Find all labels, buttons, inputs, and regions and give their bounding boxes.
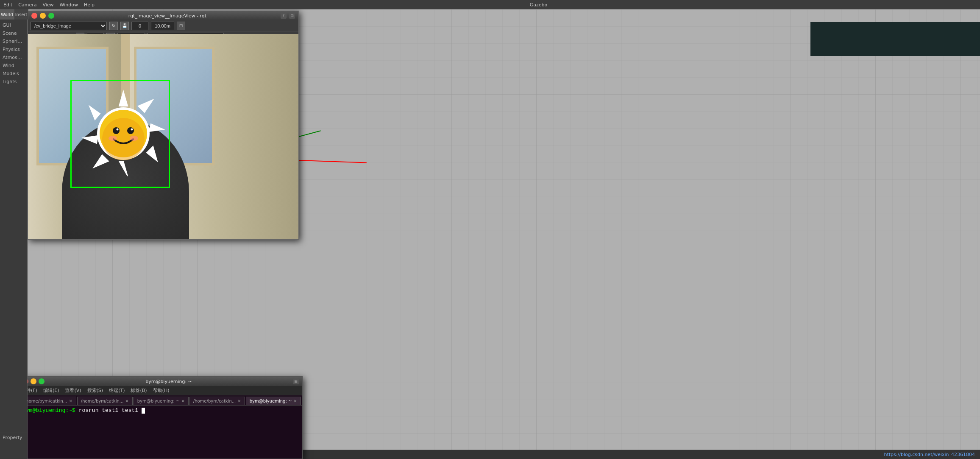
sidebar-tabs: World Insert [0, 9, 27, 20]
menu-edit[interactable]: 编辑(E) [43, 387, 59, 394]
image-view-window: rqt_image_view__ImageView - rqt ? ⊞ /cv_… [28, 11, 299, 240]
detach-icon[interactable]: ⊞ [289, 13, 295, 19]
terminal-window: bym@biyueming: ~ ⊞ 文件(F) 编辑(E) 查看(V) 搜索(… [19, 376, 303, 459]
sidebar-item-gui[interactable]: GUI [0, 21, 27, 29]
term-tab-1[interactable]: /home/bym/catkin... ✕ [21, 397, 76, 405]
menu-tabs[interactable]: 标签(B) [131, 387, 147, 394]
detection-bounding-box [70, 80, 170, 188]
terminal-maximize-button[interactable] [39, 378, 45, 384]
zoom-text-input[interactable] [151, 22, 174, 30]
sidebar-item-lights[interactable]: Lights [0, 78, 27, 86]
status-url[interactable]: https://blog.csdn.net/weixin_42361804 [884, 452, 975, 457]
terminal-title: bym@biyueming: ~ [47, 379, 291, 384]
menu-view[interactable]: 查看(V) [65, 387, 81, 394]
camera-image-area [28, 34, 298, 239]
sidebar-item-spherical[interactable]: Spherical Co [0, 37, 27, 45]
gazebo-menu-view[interactable]: View [42, 2, 53, 8]
zoom-input[interactable] [131, 22, 148, 30]
sidebar-tab-insert[interactable]: Insert [14, 9, 29, 20]
terminal-tabs: /home/bym/catkin... ✕ /home/bym/catkin..… [19, 395, 302, 406]
gazebo-menu-camera[interactable]: Camera [18, 2, 36, 8]
term-tab-2[interactable]: /home/bym/catkin... ✕ [77, 397, 133, 405]
terminal-prompt: bym@biyueming:~$ [22, 407, 79, 414]
menu-help[interactable]: 帮助(H) [153, 387, 170, 394]
save-button[interactable]: 💾 [120, 22, 129, 30]
menu-search[interactable]: 搜索(S) [87, 387, 103, 394]
image-view-toolbar-1: /cv_bridge_image ↻ 💾 ⊡ [28, 20, 298, 31]
property-label: Property [0, 433, 27, 442]
terminal-extra-btn[interactable]: ⊞ [293, 378, 299, 384]
sidebar-tab-world[interactable]: World [0, 9, 14, 20]
maximize-button[interactable] [48, 13, 54, 19]
tab-close-2[interactable]: ✕ [125, 399, 128, 403]
tab-close-4[interactable]: ✕ [237, 399, 241, 403]
terminal-content[interactable]: bym@biyueming:~$ rosrun test1 test1 [19, 406, 302, 449]
sidebar-items: GUI Scene Spherical Co Physics Atmospher… [0, 20, 27, 87]
sidebar-item-atmosphere[interactable]: Atmosphere [0, 53, 27, 62]
refresh-button[interactable]: ↻ [109, 22, 118, 30]
topic-select[interactable]: /cv_bridge_image [31, 22, 107, 30]
sidebar-item-physics[interactable]: Physics [0, 45, 27, 53]
gazebo-menu-help[interactable]: Help [84, 2, 95, 8]
tab-close-3[interactable]: ✕ [181, 399, 184, 403]
sidebar-item-wind[interactable]: Wind [0, 62, 27, 70]
minimize-button[interactable] [40, 13, 46, 19]
terminal-titlebar: bym@biyueming: ~ ⊞ [19, 377, 302, 386]
term-tab-4[interactable]: /home/bym/catkin... ✕ [189, 397, 245, 405]
tab-close-1[interactable]: ✕ [69, 399, 72, 403]
term-tab-3[interactable]: bym@biyueming: ~ ✕ [134, 397, 189, 405]
image-view-title: rqt_image_view__ImageView - rqt [57, 13, 278, 19]
dark-shape-top-right [810, 22, 980, 56]
close-button[interactable] [31, 13, 37, 19]
help-icon[interactable]: ? [281, 13, 287, 19]
tab-close-5[interactable]: ✕ [293, 399, 297, 403]
sidebar-item-models[interactable]: Models [0, 70, 27, 78]
gazebo-menu-window[interactable]: Window [60, 2, 78, 8]
terminal-menubar: 文件(F) 编辑(E) 查看(V) 搜索(S) 终端(T) 标签(B) 帮助(H… [19, 386, 302, 395]
left-sidebar: World Insert GUI Scene Spherical Co Phys… [0, 9, 28, 459]
gazebo-menu-edit[interactable]: Edit [3, 2, 12, 8]
terminal-minimize-button[interactable] [31, 378, 36, 384]
image-view-titlebar: rqt_image_view__ImageView - rqt ? ⊞ [28, 11, 298, 20]
terminal-cursor [142, 408, 145, 414]
fit-button[interactable]: ⊡ [177, 22, 185, 30]
gazebo-titlebar: Edit Camera View Window Help Gazebo [0, 0, 980, 9]
term-tab-5[interactable]: bym@biyueming: ~ ✕ [246, 397, 301, 405]
sidebar-item-scene[interactable]: Scene [0, 29, 27, 37]
menu-terminal[interactable]: 终端(T) [109, 387, 125, 394]
terminal-command: rosrun test1 test1 [79, 407, 142, 414]
gazebo-title: Gazebo [100, 2, 977, 8]
